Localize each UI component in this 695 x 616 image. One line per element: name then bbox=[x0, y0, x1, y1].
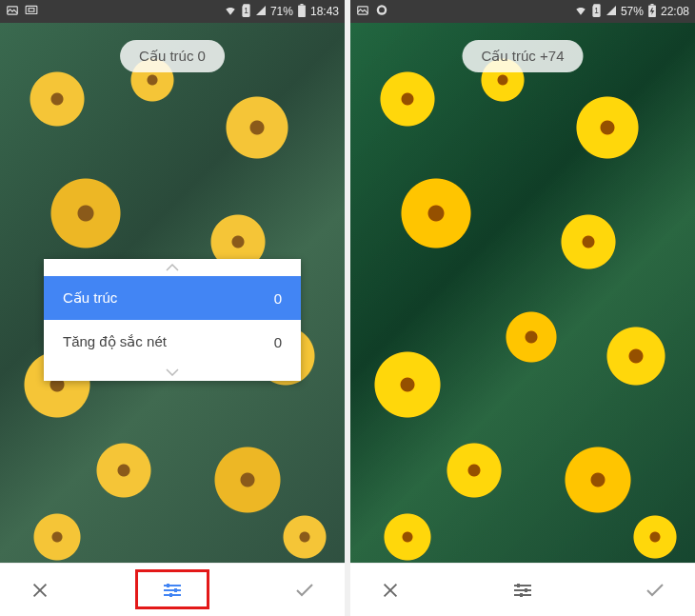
adjust-sliders-button[interactable] bbox=[153, 571, 191, 609]
bottom-toolbar bbox=[350, 563, 695, 616]
svg-rect-17 bbox=[520, 593, 523, 597]
signal-icon bbox=[255, 5, 267, 19]
svg-rect-5 bbox=[300, 4, 303, 6]
gallery-icon bbox=[356, 4, 369, 20]
gallery-icon bbox=[6, 4, 19, 20]
wifi-icon bbox=[574, 4, 587, 20]
adjustment-value: 0 bbox=[274, 334, 282, 350]
battery-percent: 71% bbox=[270, 5, 293, 18]
svg-rect-6 bbox=[167, 584, 169, 587]
svg-rect-4 bbox=[298, 5, 306, 16]
signal-icon bbox=[606, 5, 617, 19]
svg-rect-8 bbox=[169, 593, 172, 597]
chevron-up-icon bbox=[44, 259, 301, 276]
sim-icon: 1 bbox=[241, 4, 251, 20]
battery-charging-icon bbox=[647, 4, 657, 20]
cancel-button[interactable] bbox=[21, 571, 59, 609]
screen-left: 1 71% 18:43 Cấu trúc 0 Cấu trúc 0 Tăng đ bbox=[0, 0, 345, 616]
cast-icon bbox=[25, 4, 38, 20]
battery-percent: 57% bbox=[621, 5, 644, 18]
adjustment-label: Tăng độ sắc nét bbox=[63, 333, 167, 350]
confirm-button[interactable] bbox=[286, 571, 324, 609]
clock: 22:08 bbox=[661, 5, 689, 18]
svg-rect-7 bbox=[174, 588, 177, 592]
svg-rect-14 bbox=[650, 4, 653, 6]
sim-icon: 1 bbox=[591, 4, 602, 20]
svg-rect-2 bbox=[29, 8, 34, 11]
adjustment-selector-panel[interactable]: Cấu trúc 0 Tăng độ sắc nét 0 bbox=[44, 259, 301, 381]
adjust-sliders-button[interactable] bbox=[504, 571, 542, 609]
adjustment-value: 0 bbox=[274, 290, 282, 307]
photo-canvas[interactable]: Cấu trúc 0 Cấu trúc 0 Tăng độ sắc nét 0 bbox=[0, 23, 345, 563]
svg-point-11 bbox=[379, 7, 385, 12]
adjustment-value-pill: Cấu trúc 0 bbox=[120, 40, 225, 72]
status-bar: 1 71% 18:43 bbox=[0, 0, 345, 23]
clock: 18:43 bbox=[310, 5, 339, 18]
photo-image bbox=[350, 23, 695, 563]
svg-rect-1 bbox=[26, 6, 37, 13]
confirm-button[interactable] bbox=[636, 571, 674, 609]
svg-text:1: 1 bbox=[244, 6, 248, 14]
adjustment-row-structure[interactable]: Cấu trúc 0 bbox=[44, 276, 301, 320]
svg-text:1: 1 bbox=[594, 6, 599, 14]
cancel-button[interactable] bbox=[371, 571, 409, 609]
wifi-icon bbox=[224, 4, 237, 20]
status-bar: 1 57% 22:08 bbox=[350, 0, 695, 23]
photo-canvas[interactable]: Cấu trúc +74 bbox=[350, 23, 695, 563]
svg-rect-16 bbox=[525, 588, 527, 592]
messenger-icon bbox=[375, 4, 388, 20]
screen-right: 1 57% 22:08 Cấu trúc +74 bbox=[350, 0, 695, 616]
bottom-toolbar bbox=[0, 563, 345, 616]
adjustment-label: Cấu trúc bbox=[63, 289, 117, 307]
adjustment-value-pill: Cấu trúc +74 bbox=[463, 40, 584, 72]
adjustment-row-sharpen[interactable]: Tăng độ sắc nét 0 bbox=[44, 320, 301, 364]
svg-rect-15 bbox=[517, 584, 520, 587]
battery-icon bbox=[297, 4, 307, 20]
chevron-down-icon bbox=[44, 364, 301, 381]
